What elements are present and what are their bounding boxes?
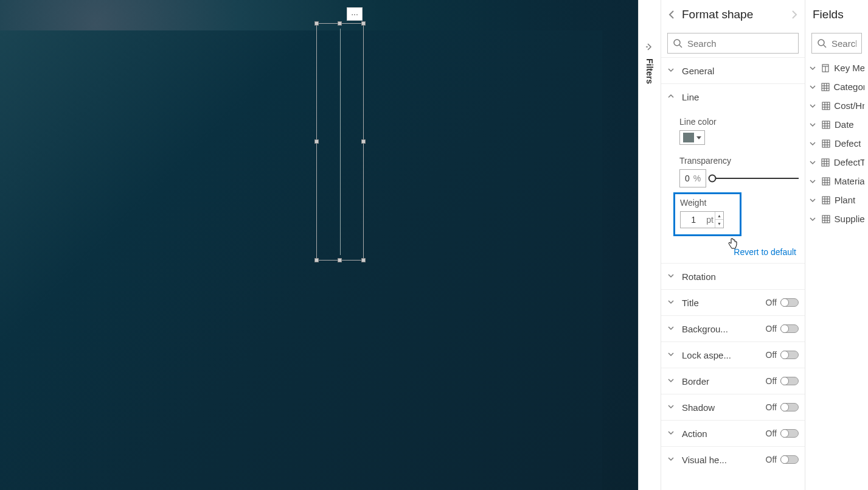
resize-handle[interactable] (338, 258, 342, 262)
chevron-down-icon (667, 351, 676, 359)
section-title: Title Off (661, 289, 805, 315)
table-icon (821, 214, 831, 224)
section-label: Border (682, 376, 762, 387)
svg-rect-7 (822, 83, 829, 91)
fields-title: Fields (810, 8, 863, 21)
resize-handle[interactable] (314, 139, 319, 144)
field-item[interactable]: Date (805, 115, 868, 134)
toggle-switch[interactable] (780, 377, 799, 385)
svg-rect-22 (822, 140, 830, 147)
section-header-title[interactable]: Title Off (661, 290, 805, 315)
field-item[interactable]: Plant (805, 191, 868, 209)
weight-spinner[interactable]: 1 pt ▲ ▼ (680, 211, 724, 228)
toggle-switch[interactable] (780, 351, 799, 359)
section-header-rotation[interactable]: Rotation (661, 264, 805, 289)
section-header-line[interactable]: Line (661, 84, 805, 110)
chevron-down-icon (809, 83, 817, 91)
spin-down-button[interactable]: ▼ (715, 220, 723, 228)
section-label: Visual he... (682, 455, 762, 465)
transparency-value: 0 (685, 173, 690, 183)
resize-handle[interactable] (314, 21, 319, 26)
line-visual (340, 29, 341, 255)
toggle-switch[interactable] (780, 429, 799, 438)
resize-handle[interactable] (314, 258, 319, 262)
field-item[interactable]: Materia (805, 172, 868, 191)
chevron-down-icon (809, 65, 818, 72)
fields-search-input[interactable] (832, 38, 856, 49)
section-label: Backgrou... (682, 324, 762, 334)
format-search-input[interactable] (687, 38, 793, 49)
field-item[interactable]: Categor (805, 77, 868, 96)
prev-icon[interactable] (666, 9, 677, 20)
section-header-action[interactable]: Action Off (661, 421, 805, 446)
next-icon[interactable] (789, 9, 800, 20)
section-header-lock-aspect[interactable]: Lock aspe... Off (661, 342, 805, 368)
expand-icon[interactable] (645, 43, 654, 51)
toggle-state: Off (766, 455, 777, 464)
visual-options-button[interactable]: ··· (347, 7, 363, 21)
filters-pane-collapsed[interactable]: Filters (638, 0, 661, 490)
transparency-slider[interactable] (712, 172, 799, 184)
resize-handle[interactable] (361, 258, 366, 262)
chevron-up-icon (667, 93, 676, 101)
format-shape-panel: Format shape General Line Line color (661, 0, 805, 490)
svg-line-1 (679, 45, 682, 47)
section-label: Shadow (682, 402, 762, 413)
section-header-general[interactable]: General (661, 58, 805, 83)
field-item[interactable]: Defect (805, 134, 868, 153)
spin-up-button[interactable]: ▲ (715, 212, 723, 220)
resize-handle[interactable] (361, 21, 366, 26)
section-label: Rotation (682, 271, 799, 282)
section-background: Backgrou... Off (661, 315, 805, 341)
field-item[interactable]: Key Me (805, 58, 868, 77)
resize-handle[interactable] (338, 21, 342, 26)
weight-unit: pt (706, 215, 715, 225)
field-label: Defect (835, 138, 861, 149)
field-label: Supplie (835, 214, 864, 224)
toggle-state: Off (766, 402, 777, 412)
fields-search-box[interactable] (811, 33, 862, 54)
chevron-down-icon (667, 298, 676, 307)
section-label: Action (682, 429, 762, 439)
chevron-down-icon (809, 102, 818, 110)
transparency-label: Transparency (679, 156, 799, 166)
section-label: Lock aspe... (682, 350, 762, 360)
section-header-visual-header[interactable]: Visual he... Off (661, 447, 805, 472)
toggle-switch[interactable] (780, 403, 799, 411)
toggle-switch[interactable] (780, 455, 799, 464)
transparency-unit: % (693, 173, 701, 183)
chevron-down-icon (809, 159, 817, 166)
format-search-box[interactable] (667, 33, 799, 54)
section-action: Action Off (661, 420, 805, 446)
transparency-value-input[interactable]: 0 % (679, 169, 706, 187)
section-label: Line (682, 92, 799, 102)
field-item[interactable]: Supplie (805, 209, 868, 228)
section-border: Border Off (661, 368, 805, 394)
slider-thumb[interactable] (709, 175, 717, 183)
selected-line-shape[interactable] (316, 23, 364, 261)
section-header-border[interactable]: Border Off (661, 368, 805, 394)
resize-handle[interactable] (361, 139, 366, 144)
section-shadow: Shadow Off (661, 394, 805, 420)
canvas-page-area (0, 30, 602, 490)
toggle-switch[interactable] (780, 324, 799, 333)
line-color-label: Line color (679, 117, 799, 127)
section-header-shadow[interactable]: Shadow Off (661, 394, 805, 420)
svg-line-3 (824, 45, 826, 47)
section-header-background[interactable]: Backgrou... Off (661, 316, 805, 341)
chevron-down-icon (667, 272, 676, 281)
svg-point-2 (818, 40, 824, 46)
field-label: Key Me (834, 63, 864, 73)
weight-highlight-box: Weight 1 pt ▲ ▼ (673, 192, 741, 236)
field-item[interactable]: Cost/Hr (805, 96, 868, 115)
field-label: Date (835, 119, 854, 130)
section-label: Title (682, 298, 762, 308)
toggle-state: Off (766, 429, 777, 438)
toggle-switch[interactable] (780, 298, 799, 307)
chevron-down-icon (809, 197, 818, 204)
line-color-dropdown[interactable] (679, 130, 705, 145)
report-canvas[interactable]: ··· (0, 0, 638, 490)
table-icon (821, 177, 831, 186)
revert-to-default-link[interactable]: Revert to default (661, 243, 805, 263)
field-item[interactable]: DefectT (805, 153, 868, 172)
